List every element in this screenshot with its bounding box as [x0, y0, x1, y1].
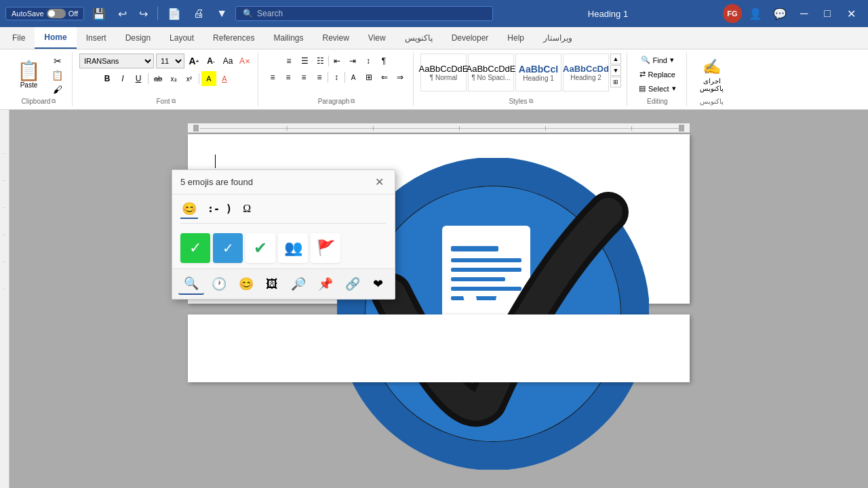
- tab-home[interactable]: Home: [35, 27, 76, 49]
- autosave-toggle[interactable]: [47, 9, 66, 18]
- customize-button[interactable]: ▼: [212, 5, 231, 22]
- replace-button[interactable]: ⇄ Replace: [635, 68, 680, 81]
- sort-button[interactable]: ↕: [361, 54, 376, 68]
- ltr-button[interactable]: ⇒: [393, 70, 408, 85]
- save-button[interactable]: 💾: [88, 5, 110, 23]
- tab-insert[interactable]: Insert: [77, 27, 116, 49]
- undo-button[interactable]: ↩: [114, 5, 131, 23]
- emoji-bottom-heart[interactable]: ❤: [368, 274, 389, 294]
- close-button[interactable]: ✕: [840, 5, 863, 23]
- bold-button[interactable]: B: [100, 71, 115, 86]
- decrease-indent-button[interactable]: ⇤: [330, 54, 344, 68]
- format-painter-button[interactable]: 🖌: [48, 83, 66, 96]
- paknvis-button[interactable]: ✍ اجرایپاکنویس: [697, 56, 726, 95]
- align-right-button[interactable]: ≡: [296, 70, 311, 85]
- autosave-button[interactable]: AutoSave Off: [5, 7, 84, 20]
- emoji-people[interactable]: 👥: [278, 233, 308, 263]
- comments-button[interactable]: 💬: [769, 5, 791, 23]
- select-button[interactable]: ▤ Select ▾: [634, 82, 681, 95]
- redo-button[interactable]: ↪: [135, 5, 152, 23]
- line-spacing-button[interactable]: ↕: [329, 70, 344, 85]
- emoji-flag[interactable]: 🚩: [311, 233, 340, 263]
- emoji-bottom-search[interactable]: 🔍: [178, 273, 204, 295]
- svg-rect-6: [451, 268, 521, 272]
- emoji-blue-checkbox[interactable]: ✓: [213, 233, 243, 263]
- share-button[interactable]: 👤: [745, 5, 766, 23]
- font-name-select[interactable]: IRANSans: [79, 54, 154, 68]
- style-heading1[interactable]: AaBbCcI Heading 1: [515, 54, 561, 92]
- emoji-tab-smiley[interactable]: 😊: [180, 200, 198, 219]
- font-grow-button[interactable]: A+: [186, 54, 201, 68]
- italic-button[interactable]: I: [115, 71, 130, 86]
- emoji-tab-omega[interactable]: Ω: [241, 201, 252, 218]
- emoji-bottom-link[interactable]: 🔗: [340, 274, 366, 294]
- increase-indent-button[interactable]: ⇥: [345, 54, 360, 68]
- strikethrough-button[interactable]: ab: [151, 71, 165, 86]
- copy-button[interactable]: 📋: [48, 68, 66, 82]
- font-shrink-button[interactable]: A-: [203, 54, 218, 68]
- clear-format-button[interactable]: A✕: [237, 54, 252, 68]
- search-input[interactable]: [257, 9, 486, 18]
- justify-button[interactable]: ≡: [312, 70, 327, 85]
- bullets-button[interactable]: ≡: [281, 54, 296, 68]
- emoji-check[interactable]: ✔: [245, 233, 275, 263]
- styles-scroll-up[interactable]: ▲: [610, 54, 621, 64]
- emoji-bottom-recent[interactable]: 🕐: [206, 274, 232, 294]
- cut-button[interactable]: ✂: [48, 54, 66, 68]
- show-hide-button[interactable]: ¶: [376, 54, 391, 68]
- doc-scroll-area[interactable]: | | | | |: [9, 110, 868, 488]
- emoji-bottom-smiley[interactable]: 😊: [233, 274, 259, 294]
- superscript-button[interactable]: x²: [182, 71, 197, 86]
- emoji-green-checkbox[interactable]: ✓: [180, 233, 210, 263]
- change-case-button[interactable]: Aa: [220, 54, 235, 68]
- emoji-bottom-pin[interactable]: 📌: [313, 274, 338, 294]
- font-size-select[interactable]: 11: [156, 54, 184, 68]
- style-normal[interactable]: AaBbCcDdE ¶ Normal: [420, 54, 467, 92]
- restore-button[interactable]: □: [817, 5, 837, 22]
- find-button[interactable]: 🔍 Find ▾: [636, 54, 679, 66]
- style-no-space[interactable]: AaBbCcDdE ¶ No Spaci...: [468, 54, 514, 92]
- shading-button[interactable]: A: [346, 70, 361, 85]
- align-left-button[interactable]: ≡: [265, 70, 280, 85]
- doc-page-2[interactable]: [188, 314, 690, 382]
- emoji-bottom-photo[interactable]: 🖼: [260, 274, 283, 294]
- minimize-button[interactable]: ─: [793, 5, 814, 22]
- clipboard-expand-icon[interactable]: ⧉: [52, 98, 56, 105]
- emoji-tab-text[interactable]: :- ): [206, 201, 233, 218]
- tab-developer[interactable]: Developer: [442, 27, 498, 49]
- multilevel-button[interactable]: ☷: [313, 54, 328, 68]
- print-button[interactable]: 🖨: [189, 5, 208, 22]
- styles-scroll-down[interactable]: ▼: [610, 65, 621, 76]
- tab-view[interactable]: View: [359, 27, 395, 49]
- tab-file[interactable]: File: [3, 27, 35, 49]
- text-color-button[interactable]: A: [217, 71, 232, 86]
- tab-paknvis[interactable]: پاکنویس: [395, 27, 442, 49]
- borders-button[interactable]: ⊞: [361, 70, 376, 85]
- subscript-button[interactable]: x₂: [166, 71, 181, 86]
- styles-expand[interactable]: ⊞: [610, 77, 621, 87]
- styles-expand-icon[interactable]: ⧉: [529, 98, 533, 105]
- ruler-mark: -: [0, 201, 9, 214]
- tab-virastar[interactable]: ویراستار: [534, 27, 582, 49]
- rtl-button[interactable]: ⇐: [377, 70, 392, 85]
- tab-help[interactable]: Help: [498, 27, 534, 49]
- tab-layout[interactable]: Layout: [160, 27, 203, 49]
- underline-button[interactable]: U: [131, 71, 146, 86]
- tab-mailings[interactable]: Mailings: [264, 27, 313, 49]
- numbering-button[interactable]: ☰: [297, 54, 312, 68]
- font-expand-icon[interactable]: ⧉: [172, 98, 176, 105]
- tab-references[interactable]: References: [203, 27, 264, 49]
- text-highlight-button[interactable]: A: [201, 71, 216, 86]
- tab-design[interactable]: Design: [116, 27, 160, 49]
- para-expand-icon[interactable]: ⧉: [351, 98, 355, 105]
- emoji-close-button[interactable]: ✕: [372, 176, 387, 188]
- tab-review[interactable]: Review: [313, 27, 358, 49]
- align-center-button[interactable]: ≡: [281, 70, 296, 85]
- doc-page-inner-2[interactable]: [188, 314, 690, 369]
- new-button[interactable]: 📄: [163, 5, 185, 23]
- paste-button[interactable]: 📋 Paste: [11, 58, 47, 92]
- style-heading2[interactable]: AaBbCcDd Heading 2: [563, 54, 609, 92]
- autosave-label: AutoSave: [12, 9, 44, 18]
- emoji-bottom-zoom[interactable]: 🔎: [285, 274, 311, 294]
- emoji-picker-header: 5 emojis are found ✕: [172, 170, 395, 195]
